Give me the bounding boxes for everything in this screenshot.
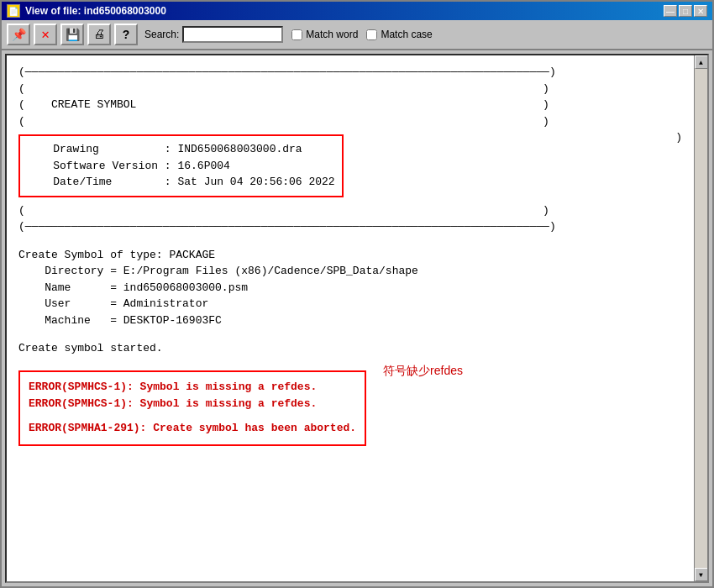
match-word-checkbox[interactable] — [291, 29, 302, 40]
content-area: (———————————————————————————————————————… — [5, 54, 709, 583]
error-row: ERROR(SPMHCS-1): Symbol is missing a ref… — [18, 364, 682, 453]
scrollable-content[interactable]: (———————————————————————————————————————… — [7, 55, 694, 581]
close-file-button[interactable]: ✕ — [34, 24, 57, 45]
header-line-4: ( ) — [18, 113, 682, 130]
minimize-button[interactable]: — — [664, 5, 677, 17]
scroll-up-button[interactable]: ▲ — [695, 55, 708, 69]
started-line: Create symbol started. — [18, 340, 682, 357]
scroll-track[interactable] — [695, 69, 707, 568]
date-line: Date/Time : Sat Jun 04 20:56:06 2022 — [27, 174, 335, 191]
annotation-text: 符号缺少refdes — [383, 364, 463, 379]
title-bar-buttons: — □ ✕ — [664, 5, 707, 17]
name-line: Name = ind650068003000.psm — [18, 280, 682, 297]
print-icon: 🖨 — [93, 28, 105, 41]
info-block: Drawing : IND650068003000.dra Software V… — [18, 134, 344, 197]
scrollbar-vertical: ▲ ▼ — [694, 55, 707, 581]
header-line-2: ( ) — [18, 81, 682, 97]
window-title: View of file: ind650068003000 — [25, 5, 166, 17]
footer-line-1: ( ) — [18, 202, 682, 219]
error-line-1: ERROR(SPMHCS-1): Symbol is missing a ref… — [29, 379, 356, 396]
print-button[interactable]: 🖨 — [87, 24, 111, 45]
pin-icon: 📌 — [12, 28, 26, 42]
save-icon: 💾 — [66, 28, 80, 42]
help-button[interactable]: ? — [114, 24, 138, 45]
toolbar: 📌 ✕ 💾 🖨 ? Search: Match word Match case — [2, 20, 712, 50]
create-type-line: Create Symbol of type: PACKAGE — [18, 247, 682, 264]
drawing-line: Drawing : IND650068003000.dra — [27, 141, 335, 158]
search-input[interactable] — [182, 26, 283, 43]
pin-button[interactable]: 📌 — [7, 24, 30, 45]
close-icon: ✕ — [41, 26, 50, 43]
help-icon: ? — [123, 28, 130, 41]
match-case-checkbox[interactable] — [366, 29, 377, 40]
save-button[interactable]: 💾 — [60, 24, 84, 45]
machine-line: Machine = DESKTOP-16903FC — [18, 312, 682, 329]
right-paren-info: ) — [675, 129, 682, 146]
error-line-3: ERROR(SPMHA1-291): Create symbol has bee… — [29, 420, 356, 438]
header-line-1: (———————————————————————————————————————… — [18, 64, 682, 81]
close-button[interactable]: ✕ — [694, 5, 707, 17]
match-case-label: Match case — [381, 29, 432, 40]
maximize-button[interactable]: □ — [679, 5, 692, 17]
footer-line-2: (———————————————————————————————————————… — [18, 218, 682, 235]
scroll-down-button[interactable]: ▼ — [695, 568, 708, 581]
software-line: Software Version : 16.6P004 — [27, 158, 335, 175]
directory-line: Directory = E:/Program Files (x86)/Caden… — [18, 263, 682, 280]
match-word-group: Match word — [291, 29, 358, 40]
error-line-2: ERROR(SPMHCS-1): Symbol is missing a ref… — [29, 396, 356, 413]
error-block: ERROR(SPMHCS-1): Symbol is missing a ref… — [18, 370, 366, 446]
title-bar-left: 📄 View of file: ind650068003000 — [7, 4, 166, 18]
match-case-group: Match case — [366, 29, 432, 40]
header-line-3: ( CREATE SYMBOL ) — [18, 97, 682, 113]
title-bar: 📄 View of file: ind650068003000 — □ ✕ — [2, 2, 712, 20]
search-label: Search: — [144, 29, 179, 40]
main-window: 📄 View of file: ind650068003000 — □ ✕ 📌 … — [0, 0, 714, 588]
user-line: User = Administrator — [18, 296, 682, 312]
app-icon: 📄 — [7, 4, 20, 18]
match-word-label: Match word — [306, 29, 358, 40]
